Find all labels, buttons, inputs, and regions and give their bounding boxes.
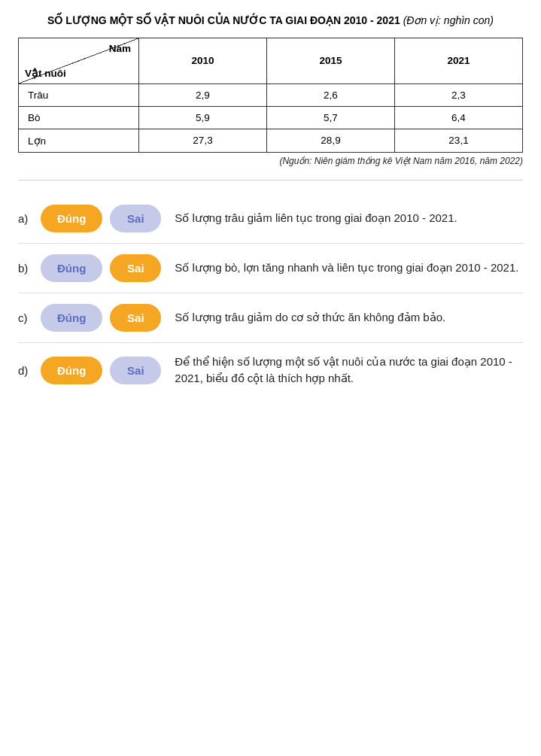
qa-section: a)ĐúngSaiSố lượng trâu giảm liên tục tro… [18,181,523,405]
qa-text: Số lượng bò, lợn tăng nhanh và liên tục … [175,260,523,277]
qa-label: d) [18,364,41,377]
qa-text: Số lượng trâu giảm liên tục trong giai đ… [175,210,523,227]
value-cell: 2,6 [267,83,395,106]
animal-cell: Bò [19,106,139,129]
table-header-2021: 2021 [395,38,523,83]
sai-button-b[interactable]: Sai [110,254,161,282]
dung-button-a[interactable]: Đúng [41,205,102,232]
value-cell: 23,1 [395,129,523,152]
header-nam: Năm [109,43,131,54]
btn-group: ĐúngSai [41,254,161,282]
sai-button-a[interactable]: Sai [110,205,161,232]
btn-group: ĐúngSai [41,357,161,384]
animal-cell: Lợn [19,129,139,152]
value-cell: 27,3 [139,129,267,152]
dung-button-c[interactable]: Đúng [41,304,102,332]
sai-button-d[interactable]: Sai [110,357,161,384]
qa-label: b) [18,262,41,275]
table-header-2010: 2010 [139,38,267,83]
value-cell: 5,9 [139,106,267,129]
value-cell: 28,9 [267,129,395,152]
header-vatnuoi: Vật nuôi [25,67,66,79]
qa-label: c) [18,311,41,324]
value-cell: 6,4 [395,106,523,129]
source-note: (Nguồn: Niên giám thống kê Việt Nam năm … [18,156,523,166]
qa-label: a) [18,212,41,225]
table-header-2015: 2015 [267,38,395,83]
animal-cell: Trâu [19,83,139,106]
table-header-corner: Năm Vật nuôi [19,38,139,83]
table-row: Bò5,95,76,4 [19,106,523,129]
qa-item-c: c)ĐúngSaiSố lượng trâu giảm do cơ sở thứ… [18,293,523,343]
qa-text: Để thể hiện số lượng một số vật nuôi của… [175,354,523,387]
dung-button-b[interactable]: Đúng [41,254,102,282]
qa-item-b: b)ĐúngSaiSố lượng bò, lợn tăng nhanh và … [18,244,523,293]
value-cell: 2,9 [139,83,267,106]
value-cell: 5,7 [267,106,395,129]
data-table: Năm Vật nuôi 2010 2015 2021 Trâu2,92,62,… [18,38,523,153]
btn-group: ĐúngSai [41,304,161,332]
value-cell: 2,3 [395,83,523,106]
table-row: Lợn27,328,923,1 [19,129,523,152]
qa-text: Số lượng trâu giảm do cơ sở thức ăn khôn… [175,309,523,326]
page-title: SỐ LƯỢNG MỘT SỐ VẬT NUÔI CỦA NƯỚC TA GIA… [18,14,523,29]
table-row: Trâu2,92,62,3 [19,83,523,106]
btn-group: ĐúngSai [41,205,161,232]
qa-item-d: d)ĐúngSaiĐể thể hiện số lượng một số vật… [18,343,523,398]
dung-button-d[interactable]: Đúng [41,357,102,384]
sai-button-c[interactable]: Sai [110,304,161,332]
qa-item-a: a)ĐúngSaiSố lượng trâu giảm liên tục tro… [18,194,523,244]
